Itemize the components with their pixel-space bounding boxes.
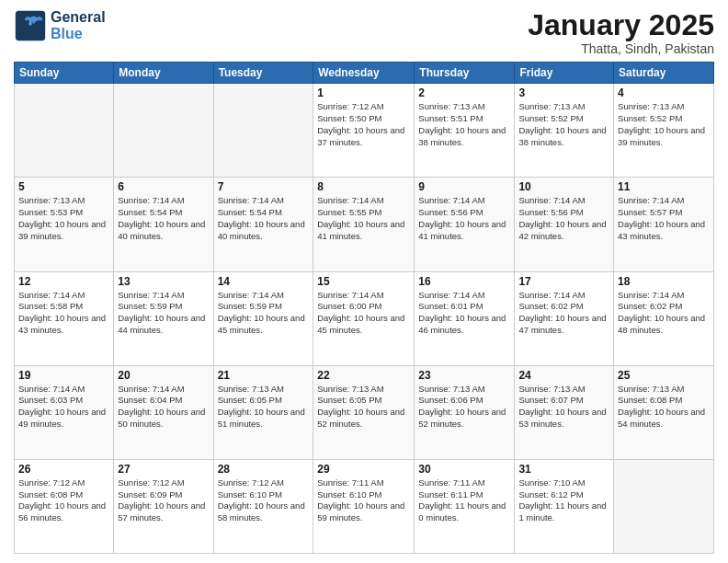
day-info: Sunrise: 7:13 AM Sunset: 5:52 PM Dayligh… [618,101,710,148]
calendar-week-row: 19Sunrise: 7:14 AM Sunset: 6:03 PM Dayli… [15,365,714,459]
day-number: 11 [618,180,710,193]
calendar-table: Sunday Monday Tuesday Wednesday Thursday… [14,62,714,554]
col-saturday: Saturday [614,63,714,84]
day-number: 9 [418,180,510,193]
col-thursday: Thursday [415,63,515,84]
day-info: Sunrise: 7:14 AM Sunset: 5:57 PM Dayligh… [618,195,710,242]
day-number: 24 [518,369,609,382]
day-info: Sunrise: 7:14 AM Sunset: 5:54 PM Dayligh… [118,195,209,242]
day-info: Sunrise: 7:14 AM Sunset: 6:04 PM Dayligh… [118,384,209,431]
month-title: January 2025 [528,9,714,41]
day-number: 30 [418,463,510,476]
table-row: 30Sunrise: 7:11 AM Sunset: 6:11 PM Dayli… [415,459,515,553]
day-number: 26 [18,463,109,476]
table-row: 1Sunrise: 7:12 AM Sunset: 5:50 PM Daylig… [313,84,415,178]
day-number: 16 [418,275,510,288]
day-info: Sunrise: 7:14 AM Sunset: 5:58 PM Dayligh… [18,290,109,337]
table-row: 19Sunrise: 7:14 AM Sunset: 6:03 PM Dayli… [15,365,114,459]
day-info: Sunrise: 7:12 AM Sunset: 6:09 PM Dayligh… [118,477,209,524]
calendar-week-row: 12Sunrise: 7:14 AM Sunset: 5:58 PM Dayli… [15,271,714,365]
day-info: Sunrise: 7:14 AM Sunset: 6:03 PM Dayligh… [18,384,109,431]
table-row: 2Sunrise: 7:13 AM Sunset: 5:51 PM Daylig… [415,84,515,178]
table-row: 28Sunrise: 7:12 AM Sunset: 6:10 PM Dayli… [213,459,313,553]
day-number: 6 [118,180,209,193]
calendar-week-row: 26Sunrise: 7:12 AM Sunset: 6:08 PM Dayli… [15,459,714,553]
table-row: 12Sunrise: 7:14 AM Sunset: 5:58 PM Dayli… [15,271,114,365]
table-row: 23Sunrise: 7:13 AM Sunset: 6:06 PM Dayli… [415,365,515,459]
day-info: Sunrise: 7:12 AM Sunset: 6:10 PM Dayligh… [218,477,310,524]
day-number: 28 [218,463,310,476]
header: General Blue January 2025 Thatta, Sindh,… [14,9,714,56]
table-row: 29Sunrise: 7:11 AM Sunset: 6:10 PM Dayli… [313,459,415,553]
day-info: Sunrise: 7:13 AM Sunset: 6:05 PM Dayligh… [317,384,410,431]
day-info: Sunrise: 7:14 AM Sunset: 5:54 PM Dayligh… [218,195,310,242]
day-info: Sunrise: 7:14 AM Sunset: 6:02 PM Dayligh… [518,290,609,337]
day-number: 15 [317,275,410,288]
logo-general-text: General [51,9,106,26]
col-monday: Monday [114,63,213,84]
table-row: 24Sunrise: 7:13 AM Sunset: 6:07 PM Dayli… [515,365,614,459]
table-row: 9Sunrise: 7:14 AM Sunset: 5:56 PM Daylig… [415,178,515,271]
title-section: January 2025 Thatta, Sindh, Pakistan [528,9,714,56]
day-info: Sunrise: 7:11 AM Sunset: 6:11 PM Dayligh… [418,477,510,524]
day-info: Sunrise: 7:12 AM Sunset: 5:50 PM Dayligh… [317,101,410,148]
table-row: 6Sunrise: 7:14 AM Sunset: 5:54 PM Daylig… [114,178,213,271]
day-info: Sunrise: 7:14 AM Sunset: 5:59 PM Dayligh… [118,290,209,337]
table-row [614,459,714,553]
logo-icon [14,9,47,42]
day-number: 23 [418,369,510,382]
day-info: Sunrise: 7:13 AM Sunset: 5:51 PM Dayligh… [418,101,510,148]
day-number: 4 [618,86,710,99]
table-row: 3Sunrise: 7:13 AM Sunset: 5:52 PM Daylig… [515,84,614,178]
day-number: 31 [518,463,609,476]
col-sunday: Sunday [15,63,114,84]
day-info: Sunrise: 7:14 AM Sunset: 5:56 PM Dayligh… [418,195,510,242]
day-info: Sunrise: 7:14 AM Sunset: 6:01 PM Dayligh… [418,290,510,337]
logo-blue-text: Blue [51,26,106,42]
table-row [213,84,313,178]
table-row: 11Sunrise: 7:14 AM Sunset: 5:57 PM Dayli… [614,178,714,271]
day-number: 1 [317,86,410,99]
day-number: 21 [218,369,310,382]
logo: General Blue [14,9,106,42]
day-number: 7 [218,180,310,193]
day-number: 29 [317,463,410,476]
day-info: Sunrise: 7:13 AM Sunset: 5:52 PM Dayligh… [518,101,609,148]
day-info: Sunrise: 7:11 AM Sunset: 6:10 PM Dayligh… [317,477,410,524]
day-info: Sunrise: 7:13 AM Sunset: 6:07 PM Dayligh… [518,384,609,431]
day-number: 25 [618,369,710,382]
day-number: 2 [418,86,510,99]
day-info: Sunrise: 7:14 AM Sunset: 6:02 PM Dayligh… [618,290,710,337]
table-row: 22Sunrise: 7:13 AM Sunset: 6:05 PM Dayli… [313,365,415,459]
table-row: 25Sunrise: 7:13 AM Sunset: 6:08 PM Dayli… [614,365,714,459]
table-row [15,84,114,178]
day-number: 17 [518,275,609,288]
day-number: 27 [118,463,209,476]
day-info: Sunrise: 7:12 AM Sunset: 6:08 PM Dayligh… [18,477,109,524]
day-info: Sunrise: 7:13 AM Sunset: 5:53 PM Dayligh… [18,195,109,242]
col-wednesday: Wednesday [313,63,415,84]
table-row: 8Sunrise: 7:14 AM Sunset: 5:55 PM Daylig… [313,178,415,271]
table-row: 10Sunrise: 7:14 AM Sunset: 5:56 PM Dayli… [515,178,614,271]
day-number: 10 [518,180,609,193]
table-row: 21Sunrise: 7:13 AM Sunset: 6:05 PM Dayli… [213,365,313,459]
table-row: 15Sunrise: 7:14 AM Sunset: 6:00 PM Dayli… [313,271,415,365]
day-info: Sunrise: 7:14 AM Sunset: 5:55 PM Dayligh… [317,195,410,242]
calendar-week-row: 1Sunrise: 7:12 AM Sunset: 5:50 PM Daylig… [15,84,714,178]
table-row: 7Sunrise: 7:14 AM Sunset: 5:54 PM Daylig… [213,178,313,271]
table-row: 5Sunrise: 7:13 AM Sunset: 5:53 PM Daylig… [15,178,114,271]
day-info: Sunrise: 7:10 AM Sunset: 6:12 PM Dayligh… [518,477,609,524]
table-row [114,84,213,178]
table-row: 17Sunrise: 7:14 AM Sunset: 6:02 PM Dayli… [515,271,614,365]
day-info: Sunrise: 7:14 AM Sunset: 6:00 PM Dayligh… [317,290,410,337]
day-number: 14 [218,275,310,288]
table-row: 16Sunrise: 7:14 AM Sunset: 6:01 PM Dayli… [415,271,515,365]
day-number: 19 [18,369,109,382]
table-row: 13Sunrise: 7:14 AM Sunset: 5:59 PM Dayli… [114,271,213,365]
table-row: 26Sunrise: 7:12 AM Sunset: 6:08 PM Dayli… [15,459,114,553]
location-subtitle: Thatta, Sindh, Pakistan [528,41,714,56]
table-row: 14Sunrise: 7:14 AM Sunset: 5:59 PM Dayli… [213,271,313,365]
day-info: Sunrise: 7:13 AM Sunset: 6:05 PM Dayligh… [218,384,310,431]
calendar-week-row: 5Sunrise: 7:13 AM Sunset: 5:53 PM Daylig… [15,178,714,271]
day-info: Sunrise: 7:13 AM Sunset: 6:08 PM Dayligh… [618,384,710,431]
